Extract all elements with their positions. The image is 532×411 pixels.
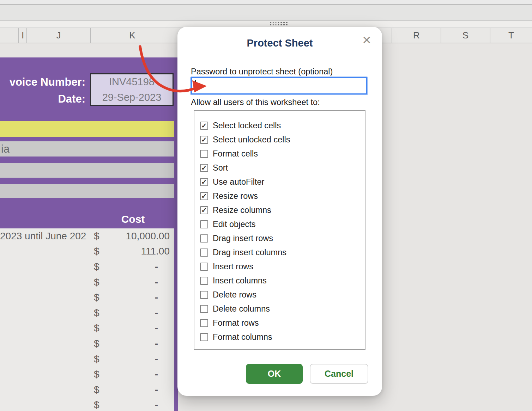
protect-sheet-dialog: Protect Sheet ✕ Password to unprotect sh… (177, 27, 382, 396)
permission-item[interactable]: Format cells (200, 147, 365, 161)
checkbox-unchecked-icon[interactable] (200, 249, 208, 257)
table-row[interactable]: $- (0, 259, 174, 275)
info-row-2[interactable] (0, 163, 174, 178)
cost-value: 10,000.00 (126, 231, 170, 242)
column-letter: T (508, 30, 514, 41)
column-header-R[interactable]: R (392, 28, 441, 43)
column-letter: R (413, 30, 420, 41)
invoice-number-value: INV45198 (91, 76, 173, 88)
currency-symbol: $ (94, 277, 99, 288)
column-header-S[interactable]: S (441, 28, 490, 43)
currency-symbol: $ (94, 338, 99, 349)
permission-label: Format cells (213, 149, 258, 159)
currency-symbol: $ (94, 384, 99, 395)
currency-symbol: $ (94, 292, 99, 303)
permission-label: Select locked cells (213, 121, 281, 130)
cost-value: - (155, 384, 158, 395)
permission-item[interactable]: Format columns (200, 330, 365, 344)
info-row-3[interactable] (0, 184, 174, 198)
column-header-K[interactable]: K (90, 28, 174, 43)
table-row[interactable]: $- (0, 351, 174, 367)
check-icon: ✓ (201, 193, 207, 200)
checkbox-checked-icon[interactable]: ✓ (200, 178, 208, 186)
table-row[interactable]: $- (0, 336, 174, 351)
currency-symbol: $ (94, 354, 99, 365)
cost-column-header: Cost (110, 213, 156, 225)
permission-label: Resize rows (213, 191, 258, 201)
permission-item[interactable]: Insert rows (200, 259, 365, 274)
table-row[interactable]: $- (0, 382, 174, 398)
column-letter: S (463, 30, 468, 41)
table-row[interactable]: $- (0, 367, 174, 382)
column-header-T[interactable]: T (490, 28, 532, 43)
cancel-button[interactable]: Cancel (310, 364, 368, 384)
info-row-1[interactable]: ia (0, 141, 174, 157)
permission-item[interactable]: Drag insert rows (200, 231, 365, 245)
row-description (0, 259, 91, 275)
table-row[interactable]: $- (0, 398, 174, 411)
checkbox-unchecked-icon[interactable] (200, 277, 208, 285)
permission-item[interactable]: ✓Resize columns (200, 203, 365, 217)
password-label: Password to unprotect sheet (optional) (191, 67, 333, 76)
column-header-J[interactable]: J (26, 28, 90, 43)
row-description (0, 398, 91, 411)
permission-label: Format columns (213, 332, 272, 342)
checkbox-unchecked-icon[interactable] (200, 333, 208, 341)
permission-item[interactable]: Format rows (200, 316, 365, 330)
column-letter: K (129, 30, 135, 41)
permission-item[interactable]: ✓Use autoFilter (200, 175, 365, 189)
checkbox-unchecked-icon[interactable] (200, 291, 208, 299)
permission-label: Format rows (213, 318, 259, 328)
checkbox-unchecked-icon[interactable] (200, 263, 208, 271)
currency-symbol: $ (94, 261, 99, 272)
check-icon: ✓ (201, 165, 207, 171)
cost-value: - (155, 277, 158, 288)
permission-item[interactable]: Edit objects (200, 217, 365, 231)
cost-value: - (155, 261, 158, 272)
text-caret (195, 80, 196, 92)
invoice-meta-cell[interactable]: INV45198 29-Sep-2023 (90, 73, 174, 106)
checkbox-unchecked-icon[interactable] (200, 234, 208, 243)
table-row[interactable]: $- (0, 275, 174, 290)
permission-label: Edit objects (213, 220, 255, 229)
permission-label: Insert rows (213, 262, 253, 271)
table-row[interactable]: $- (0, 290, 174, 305)
drag-handle-icon[interactable] (270, 22, 288, 25)
permission-item[interactable]: Drag insert columns (200, 245, 365, 259)
checkbox-checked-icon[interactable]: ✓ (200, 192, 208, 200)
permission-item[interactable]: Delete columns (200, 302, 365, 316)
permission-item[interactable]: ✓Select unlocked cells (200, 133, 365, 147)
invoice-number-label: voice Number: (0, 76, 85, 88)
permission-item[interactable]: Insert columns (200, 274, 365, 288)
toolbar-band-middle (0, 5, 532, 21)
column-header-I[interactable]: I (18, 28, 26, 43)
checkbox-checked-icon[interactable]: ✓ (200, 206, 208, 214)
permission-item[interactable]: ✓Sort (200, 161, 365, 175)
row-description (0, 367, 91, 382)
checkbox-checked-icon[interactable]: ✓ (200, 136, 208, 144)
table-row[interactable]: 2023 until June 202$10,000.00 (0, 228, 174, 244)
close-icon[interactable]: ✕ (362, 35, 371, 46)
checkbox-unchecked-icon[interactable] (200, 319, 208, 327)
checkbox-checked-icon[interactable]: ✓ (200, 164, 208, 172)
cost-value: - (155, 369, 158, 380)
table-row[interactable]: $- (0, 305, 174, 321)
table-row[interactable]: $- (0, 321, 174, 336)
column-letter: J (56, 30, 61, 41)
invoice-sheet: voice Number: Date: INV45198 29-Sep-2023… (0, 57, 178, 411)
checkbox-unchecked-icon[interactable] (200, 305, 208, 313)
checkbox-unchecked-icon[interactable] (200, 150, 208, 158)
password-input[interactable] (191, 77, 367, 94)
checkbox-checked-icon[interactable]: ✓ (200, 122, 208, 130)
cost-value: - (155, 354, 158, 365)
permission-item[interactable]: ✓Select locked cells (200, 118, 365, 133)
checkbox-unchecked-icon[interactable] (200, 220, 208, 228)
permission-label: Select unlocked cells (213, 135, 290, 145)
table-row[interactable]: $111.00 (0, 244, 174, 259)
row-description: 2023 until June 202 (0, 228, 91, 244)
ok-button[interactable]: OK (246, 364, 303, 384)
cost-value: - (155, 323, 158, 334)
permission-item[interactable]: ✓Resize rows (200, 189, 365, 203)
permission-item[interactable]: Delete rows (200, 288, 365, 302)
highlight-row-yellow[interactable] (0, 121, 174, 137)
